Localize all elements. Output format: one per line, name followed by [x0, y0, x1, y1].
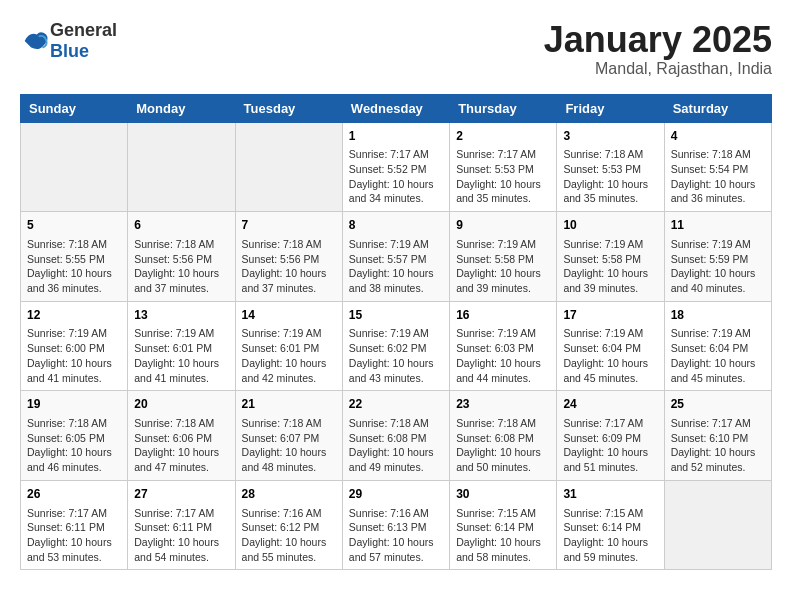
- day-info: Daylight: 10 hours: [349, 356, 443, 371]
- day-info: Daylight: 10 hours: [134, 445, 228, 460]
- day-info: Sunrise: 7:17 AM: [563, 416, 657, 431]
- day-info: Sunrise: 7:18 AM: [563, 147, 657, 162]
- day-info: and 39 minutes.: [563, 281, 657, 296]
- day-info: Sunset: 6:13 PM: [349, 520, 443, 535]
- calendar-cell: 17Sunrise: 7:19 AMSunset: 6:04 PMDayligh…: [557, 301, 664, 391]
- day-info: Daylight: 10 hours: [563, 356, 657, 371]
- calendar-cell: 25Sunrise: 7:17 AMSunset: 6:10 PMDayligh…: [664, 391, 771, 481]
- calendar-cell: [235, 122, 342, 212]
- day-info: Daylight: 10 hours: [242, 356, 336, 371]
- day-info: Sunset: 5:52 PM: [349, 162, 443, 177]
- weekday-header-tuesday: Tuesday: [235, 94, 342, 122]
- day-number: 31: [563, 486, 657, 503]
- calendar-cell: 19Sunrise: 7:18 AMSunset: 6:05 PMDayligh…: [21, 391, 128, 481]
- day-number: 28: [242, 486, 336, 503]
- weekday-header-saturday: Saturday: [664, 94, 771, 122]
- day-info: Daylight: 10 hours: [456, 356, 550, 371]
- day-info: Sunrise: 7:18 AM: [242, 237, 336, 252]
- day-info: Sunset: 6:08 PM: [456, 431, 550, 446]
- calendar-week-1: 1Sunrise: 7:17 AMSunset: 5:52 PMDaylight…: [21, 122, 772, 212]
- day-info: Sunset: 5:55 PM: [27, 252, 121, 267]
- day-number: 5: [27, 217, 121, 234]
- day-info: Sunrise: 7:18 AM: [27, 416, 121, 431]
- day-info: Daylight: 10 hours: [27, 535, 121, 550]
- calendar-cell: 8Sunrise: 7:19 AMSunset: 5:57 PMDaylight…: [342, 212, 449, 302]
- calendar-cell: 11Sunrise: 7:19 AMSunset: 5:59 PMDayligh…: [664, 212, 771, 302]
- logo: General Blue: [20, 20, 117, 62]
- calendar-week-5: 26Sunrise: 7:17 AMSunset: 6:11 PMDayligh…: [21, 480, 772, 570]
- page-header: General Blue January 2025 Mandal, Rajast…: [20, 20, 772, 78]
- day-info: Sunrise: 7:19 AM: [349, 326, 443, 341]
- day-info: Daylight: 10 hours: [563, 445, 657, 460]
- day-number: 11: [671, 217, 765, 234]
- day-info: Sunrise: 7:17 AM: [671, 416, 765, 431]
- day-number: 14: [242, 307, 336, 324]
- day-info: Sunset: 6:12 PM: [242, 520, 336, 535]
- calendar-cell: 18Sunrise: 7:19 AMSunset: 6:04 PMDayligh…: [664, 301, 771, 391]
- day-number: 4: [671, 128, 765, 145]
- day-info: Sunset: 6:08 PM: [349, 431, 443, 446]
- day-info: Sunset: 5:56 PM: [242, 252, 336, 267]
- day-info: Sunset: 5:58 PM: [563, 252, 657, 267]
- logo-blue: Blue: [50, 41, 89, 61]
- day-info: Daylight: 10 hours: [563, 266, 657, 281]
- day-info: Sunset: 5:56 PM: [134, 252, 228, 267]
- day-number: 19: [27, 396, 121, 413]
- weekday-header-friday: Friday: [557, 94, 664, 122]
- day-info: Daylight: 10 hours: [563, 177, 657, 192]
- calendar-cell: 24Sunrise: 7:17 AMSunset: 6:09 PMDayligh…: [557, 391, 664, 481]
- calendar-cell: 29Sunrise: 7:16 AMSunset: 6:13 PMDayligh…: [342, 480, 449, 570]
- day-info: Daylight: 10 hours: [671, 445, 765, 460]
- calendar-cell: 27Sunrise: 7:17 AMSunset: 6:11 PMDayligh…: [128, 480, 235, 570]
- calendar-cell: 10Sunrise: 7:19 AMSunset: 5:58 PMDayligh…: [557, 212, 664, 302]
- calendar-cell: [128, 122, 235, 212]
- day-info: Sunrise: 7:17 AM: [27, 506, 121, 521]
- calendar-cell: 5Sunrise: 7:18 AMSunset: 5:55 PMDaylight…: [21, 212, 128, 302]
- location-title: Mandal, Rajasthan, India: [544, 60, 772, 78]
- day-number: 29: [349, 486, 443, 503]
- day-info: and 40 minutes.: [671, 281, 765, 296]
- day-info: Sunset: 5:58 PM: [456, 252, 550, 267]
- day-info: Sunrise: 7:19 AM: [671, 237, 765, 252]
- day-info: Sunset: 6:10 PM: [671, 431, 765, 446]
- month-title: January 2025: [544, 20, 772, 60]
- day-info: Daylight: 10 hours: [349, 266, 443, 281]
- day-info: Daylight: 10 hours: [349, 445, 443, 460]
- day-info: and 52 minutes.: [671, 460, 765, 475]
- day-info: Sunset: 5:59 PM: [671, 252, 765, 267]
- day-info: Sunset: 6:11 PM: [27, 520, 121, 535]
- day-info: Daylight: 10 hours: [242, 445, 336, 460]
- day-number: 27: [134, 486, 228, 503]
- day-info: Sunset: 5:53 PM: [563, 162, 657, 177]
- day-info: Sunset: 6:04 PM: [671, 341, 765, 356]
- day-info: and 45 minutes.: [563, 371, 657, 386]
- calendar-cell: [664, 480, 771, 570]
- day-info: Daylight: 10 hours: [27, 356, 121, 371]
- day-number: 24: [563, 396, 657, 413]
- day-info: Sunset: 6:14 PM: [456, 520, 550, 535]
- calendar-cell: 3Sunrise: 7:18 AMSunset: 5:53 PMDaylight…: [557, 122, 664, 212]
- day-info: Sunset: 6:06 PM: [134, 431, 228, 446]
- day-info: Sunset: 5:57 PM: [349, 252, 443, 267]
- day-info: Daylight: 10 hours: [671, 177, 765, 192]
- calendar-cell: 26Sunrise: 7:17 AMSunset: 6:11 PMDayligh…: [21, 480, 128, 570]
- day-info: and 50 minutes.: [456, 460, 550, 475]
- day-info: Sunrise: 7:16 AM: [242, 506, 336, 521]
- day-info: Sunset: 6:11 PM: [134, 520, 228, 535]
- day-info: Sunset: 6:04 PM: [563, 341, 657, 356]
- day-info: Sunrise: 7:19 AM: [349, 237, 443, 252]
- day-info: Daylight: 10 hours: [671, 356, 765, 371]
- calendar-cell: 12Sunrise: 7:19 AMSunset: 6:00 PMDayligh…: [21, 301, 128, 391]
- day-info: Sunset: 6:09 PM: [563, 431, 657, 446]
- day-number: 7: [242, 217, 336, 234]
- calendar-cell: [21, 122, 128, 212]
- calendar-week-3: 12Sunrise: 7:19 AMSunset: 6:00 PMDayligh…: [21, 301, 772, 391]
- day-info: Sunset: 6:14 PM: [563, 520, 657, 535]
- day-info: and 55 minutes.: [242, 550, 336, 565]
- calendar-cell: 13Sunrise: 7:19 AMSunset: 6:01 PMDayligh…: [128, 301, 235, 391]
- day-info: and 35 minutes.: [563, 191, 657, 206]
- day-number: 9: [456, 217, 550, 234]
- day-number: 30: [456, 486, 550, 503]
- day-info: Sunrise: 7:19 AM: [456, 237, 550, 252]
- day-number: 22: [349, 396, 443, 413]
